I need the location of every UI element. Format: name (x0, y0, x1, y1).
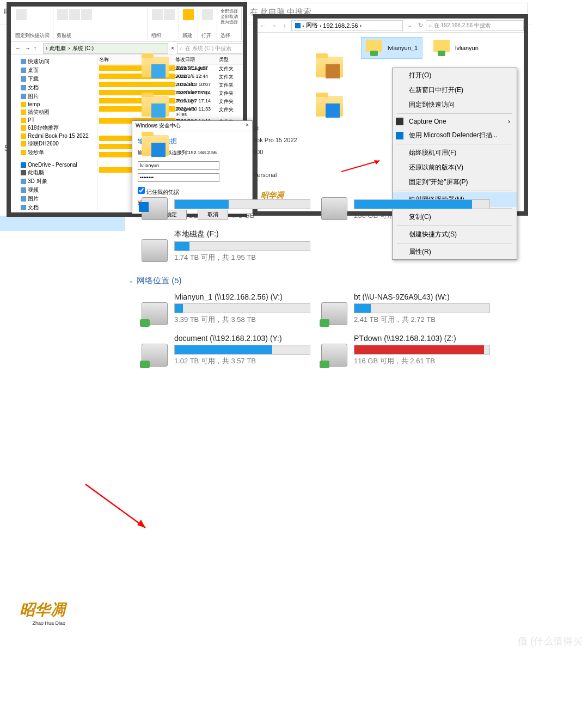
ribbon-open-label: 打开 (201, 32, 213, 39)
address-row: ← → ↑ ›网络 ›192.168.2.56› ⌄ ↻ ⌕ 在 192.168… (258, 19, 524, 33)
cancel-button[interactable]: 取消 (198, 210, 228, 220)
tree-item[interactable]: 轻纱单 (13, 148, 95, 157)
menu-item[interactable]: 属性(R) (393, 245, 517, 259)
tree-item[interactable]: 搞笑动图 (13, 108, 95, 117)
address-bar[interactable]: ›网络 ›192.168.2.56› (291, 20, 403, 31)
tree-label: 桌面 (28, 66, 39, 74)
refresh-icon[interactable]: ↻ (415, 20, 426, 31)
ribbon-pin[interactable]: 固定到快捷访问 (15, 32, 50, 39)
menu-item[interactable]: 创建快捷方式(S) (393, 227, 517, 242)
username-input[interactable] (138, 161, 219, 170)
tree-item[interactable]: 图片 (13, 92, 95, 101)
share-lvlianyun[interactable]: lvlianyun (429, 37, 483, 59)
tree-item[interactable]: OneDrive - Personal (13, 161, 95, 168)
tree-item[interactable]: temp (13, 101, 95, 108)
search-box[interactable]: ⌕ 在 系统 (C:) 中搜索 (177, 43, 242, 54)
menu-label: 使用 Microsoft Defender扫描... (409, 131, 498, 140)
menu-item[interactable]: 在新窗口中打开(E) (393, 83, 517, 97)
search-icon: ⌕ (180, 45, 183, 51)
drive-item[interactable]: bt (\\U-NAS-9Z6A9L43) (W:)2.41 TB 可用，共 2… (321, 290, 490, 327)
drive-item[interactable]: document (\\192.168.2.103) (Y:)1.02 TB 可… (142, 332, 310, 369)
back-button[interactable]: ← (258, 20, 268, 31)
column-headers[interactable]: 名称 修改日期 类型 (98, 55, 243, 65)
crumb-network[interactable]: 网络 (306, 21, 318, 29)
folder-icon (21, 141, 26, 147)
menu-item[interactable]: 还原以前的版本(V) (393, 160, 517, 175)
close-icon[interactable]: × (246, 122, 249, 130)
dialog-titlebar: Windows 安全中心 × (132, 121, 252, 131)
explorer-window-cdrive: 固定到快捷访问 剪贴板 组织 新建 打开 全部选择全部取消反向选择选择 ←→↑ … (7, 2, 247, 217)
nav-tree[interactable]: 快速访问桌面下载文档图片temp搞笑动图PT618好物推荐Redmi Book … (11, 55, 98, 210)
menu-label: 属性(R) (409, 247, 431, 257)
share-lvlianyun1[interactable]: lvlianyun_1 (361, 37, 422, 59)
computer-icon (295, 23, 301, 28)
folder-icon (21, 68, 26, 73)
menu-item[interactable]: 固定到"开始"屏幕(P) (393, 175, 517, 190)
tree-item[interactable]: 3D 对象 (13, 177, 95, 186)
folder-icon (21, 59, 26, 64)
tree-item[interactable]: 视频 (13, 186, 95, 194)
search-icon: ⌕ (428, 22, 432, 28)
drive-name: 本地磁盘 (F:) (174, 229, 310, 239)
annotation-arrow (341, 158, 385, 174)
search-box[interactable]: ⌕ 在 192.168.2.56 中搜索 (426, 20, 524, 31)
menu-label: Capture One (409, 118, 446, 125)
tree-label: 下载 (28, 75, 39, 83)
file-row[interactable]: Program Files2022/4/30 11:33文件夹 (98, 106, 243, 118)
col-date[interactable]: 修改日期 (175, 56, 219, 63)
menu-item[interactable]: 复制(C) (393, 210, 517, 224)
select-all[interactable]: 全部选择 (220, 9, 238, 14)
menu-item[interactable]: 固定到快速访问 (393, 97, 517, 112)
file-row[interactable]: OneDriveTemp2022/1/27 17:14文件夹 (98, 89, 243, 97)
section-network[interactable]: ⌄ 网络位置 (5) (125, 269, 534, 290)
menu-item[interactable]: 打开(O) (393, 68, 517, 83)
folder-icon (21, 118, 26, 123)
up-button[interactable]: ↑ (279, 20, 290, 31)
drive-item[interactable]: 本地磁盘 (F:)1.74 TB 可用，共 1.95 TB (142, 227, 310, 265)
select-invert[interactable]: 反向选择 (220, 20, 238, 25)
tree-label: temp (28, 101, 40, 107)
tree-item[interactable]: 桌面 (13, 66, 95, 75)
col-type[interactable]: 类型 (219, 56, 229, 63)
folder-icon (21, 85, 26, 90)
tree-item[interactable]: 此电脑 (13, 168, 95, 177)
menu-item[interactable]: 始终脱机可用(F) (393, 145, 517, 160)
folder-icon (316, 53, 344, 78)
drive-stats: 1.02 TB 可用，共 3.57 TB (174, 356, 310, 366)
drive-stats: 2.41 TB 可用，共 2.72 TB (354, 315, 490, 325)
tree-item[interactable]: Redmi Book Pro 15 2022 (13, 132, 95, 139)
tree-item[interactable]: 文档 (13, 83, 95, 92)
file-row[interactable]: AMD2022/2/6 12:44文件夹 (98, 73, 243, 81)
tree-item[interactable]: PT (13, 117, 95, 124)
file-row[interactable]: $WinREAgent2022/5/11 9:57文件夹 (98, 65, 243, 73)
tree-item[interactable]: 下载 (13, 75, 95, 83)
tree-item[interactable]: 快速访问 (13, 57, 95, 66)
folder-icon (142, 93, 170, 118)
drive-icon (142, 344, 168, 367)
tree-label: 图片 (28, 195, 39, 203)
password-input[interactable] (138, 173, 219, 182)
select-none[interactable]: 全部取消 (220, 14, 238, 20)
tree-item[interactable]: 618好物推荐 (13, 124, 95, 132)
tree-label: 视频 (28, 186, 39, 194)
menu-item[interactable]: 使用 Microsoft Defender扫描... (393, 128, 517, 143)
menu-label: 固定到"开始"屏幕(P) (409, 178, 468, 187)
file-row[interactable]: JTSKHD2022/3/13 10:07文件夹 (98, 81, 243, 89)
menu-label: 打开(O) (409, 71, 431, 80)
address-bar[interactable]: ›此电脑› 系统 (C:) (43, 43, 168, 54)
tree-item[interactable]: 文档 (13, 203, 95, 210)
drive-icon (21, 162, 26, 168)
svg-line-0 (341, 161, 379, 172)
fwd-button[interactable]: → (268, 20, 279, 31)
crumb-ip[interactable]: 192.168.2.56 (323, 22, 358, 29)
menu-item[interactable]: Capture One› (393, 115, 517, 128)
drive-item[interactable]: lvlianyun_1 (\\192.168.2.56) (V:)3.39 TB… (142, 290, 310, 327)
remember-checkbox[interactable] (138, 187, 145, 194)
tree-item-selected[interactable] (0, 216, 125, 231)
file-row[interactable]: PerfLogs2019/12/7 17:14文件夹 (98, 97, 243, 106)
tree-item[interactable]: 图片 (13, 194, 95, 203)
drive-item[interactable]: PTdown (\\192.168.2.103) (Z:)116 GB 可用，共… (321, 332, 490, 369)
tree-item[interactable]: 绿联DH2600 (13, 139, 95, 148)
dropdown-icon[interactable]: ⌄ (404, 20, 415, 31)
ribbon-select-label: 选择 (220, 32, 238, 39)
